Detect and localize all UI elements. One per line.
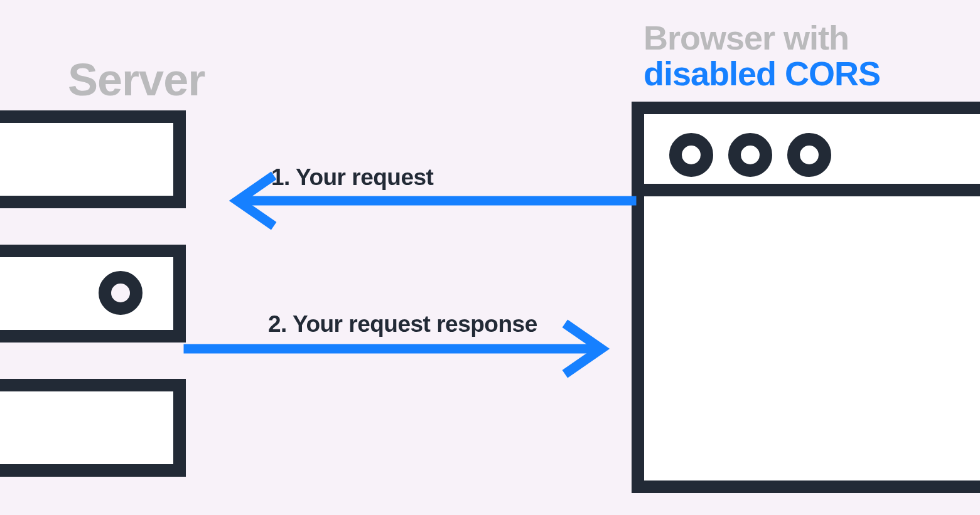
window-control-dot-icon	[787, 133, 831, 177]
arrow-label-response: 2. Your request response	[268, 311, 537, 337]
browser-window	[632, 102, 980, 493]
browser-topbar	[644, 114, 980, 196]
browser-title: Browser with disabled CORS	[643, 20, 880, 91]
server-rack-unit-1	[0, 110, 186, 208]
window-control-dot-icon	[669, 133, 713, 177]
server-rack-unit-2	[0, 245, 186, 342]
browser-title-line2: disabled CORS	[643, 55, 880, 92]
browser-window-controls	[669, 133, 831, 177]
diagram-stage: Server Browser with disabled CORS 1. You…	[0, 0, 980, 515]
browser-title-line1: Browser with	[643, 19, 849, 56]
server-title: Server	[68, 54, 205, 105]
arrow-label-request: 1. Your request	[271, 164, 433, 191]
server-indicator-dot-icon	[99, 271, 143, 315]
window-control-dot-icon	[728, 133, 772, 177]
server-rack-unit-3	[0, 379, 186, 477]
